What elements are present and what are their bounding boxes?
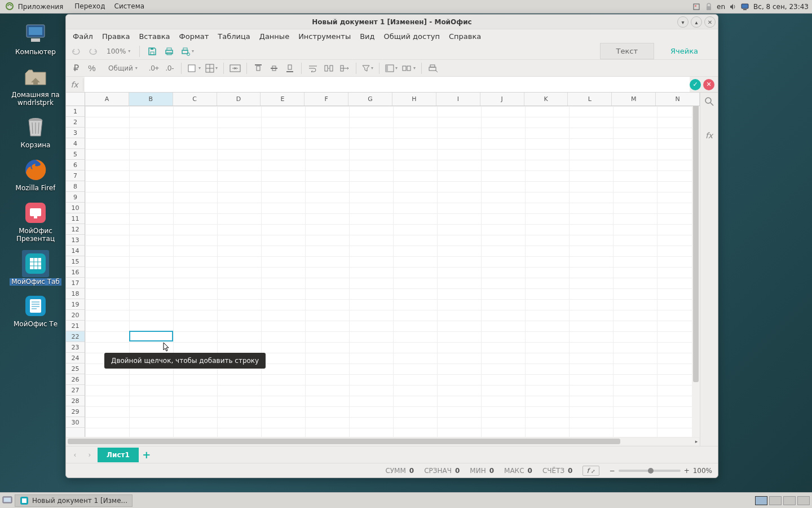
- borders-button[interactable]: ▾: [204, 62, 219, 75]
- overflow-text-button[interactable]: [338, 62, 351, 75]
- formula-accept-icon[interactable]: ✓: [690, 79, 701, 90]
- print-area-button[interactable]: ▾: [179, 45, 195, 58]
- workspace-2[interactable]: [769, 496, 782, 505]
- filter-button[interactable]: ▾: [361, 62, 374, 75]
- zoom-in-button[interactable]: +: [684, 467, 690, 475]
- col-header-G[interactable]: G: [348, 93, 392, 106]
- col-header-L[interactable]: L: [568, 93, 612, 106]
- dec-decimal-button[interactable]: .0-: [163, 62, 176, 75]
- undo-button[interactable]: [69, 45, 83, 58]
- shrink-text-button[interactable]: [322, 62, 336, 75]
- workspace-switcher[interactable]: [755, 496, 810, 505]
- row-header-7[interactable]: 7: [66, 170, 85, 181]
- menu-data[interactable]: Данные: [256, 31, 293, 42]
- menu-table[interactable]: Таблица: [214, 31, 254, 42]
- wrap-text-button[interactable]: [306, 62, 320, 75]
- col-header-K[interactable]: K: [524, 93, 568, 106]
- workspace-3[interactable]: [783, 496, 796, 505]
- menu-view[interactable]: Вид: [356, 31, 378, 42]
- row-header-3[interactable]: 3: [66, 128, 85, 138]
- formula-cancel-icon[interactable]: ✕: [703, 79, 714, 90]
- show-desktop-button[interactable]: [2, 495, 12, 506]
- row-header-17[interactable]: 17: [66, 278, 85, 288]
- desktop-icon-firefox[interactable]: Mozilla Firef: [5, 156, 67, 192]
- desktop-icon-computer[interactable]: Компьютер: [5, 20, 67, 56]
- side-tab-cell[interactable]: Ячейка: [654, 43, 714, 59]
- col-header-H[interactable]: H: [392, 93, 436, 106]
- row-header-20[interactable]: 20: [66, 310, 85, 321]
- menu-help[interactable]: Справка: [445, 31, 484, 42]
- system-menu[interactable]: Система: [112, 1, 147, 12]
- menu-edit[interactable]: Правка: [99, 31, 133, 42]
- zoom-out-button[interactable]: −: [610, 467, 615, 475]
- volume-icon[interactable]: [729, 2, 738, 11]
- notification-icon[interactable]: [692, 2, 701, 11]
- row-header-27[interactable]: 27: [66, 385, 85, 396]
- row-header-8[interactable]: 8: [66, 181, 85, 192]
- row-header-19[interactable]: 19: [66, 299, 85, 310]
- lock-icon[interactable]: [704, 2, 713, 11]
- row-header-29[interactable]: 29: [66, 406, 85, 417]
- freeze-panes-button[interactable]: ▾: [384, 62, 399, 75]
- display-icon[interactable]: [741, 2, 750, 11]
- row-header-21[interactable]: 21: [66, 321, 85, 331]
- desktop-icon-trash[interactable]: Корзина: [5, 113, 67, 150]
- row-headers[interactable]: 1234567891011121314151617181920212223242…: [66, 106, 85, 437]
- maximize-button[interactable]: ▴: [691, 16, 702, 28]
- row-header-16[interactable]: 16: [66, 267, 85, 278]
- workspace-4[interactable]: [797, 496, 810, 505]
- spreadsheet-grid[interactable]: ABCDEFGHIJKLMN 1234567891011121314151617…: [66, 93, 700, 437]
- cells-area[interactable]: Двойной щелчок, чтобы добавить строку: [85, 106, 700, 437]
- keyboard-lang[interactable]: en: [717, 3, 725, 11]
- row-header-15[interactable]: 15: [66, 256, 85, 267]
- select-all-corner[interactable]: [66, 93, 85, 106]
- align-top-button[interactable]: [251, 62, 265, 75]
- clock[interactable]: Вс, 8 сен, 23:43: [753, 3, 809, 11]
- fn-indicator[interactable]: f ⤢: [582, 466, 599, 476]
- row-header-13[interactable]: 13: [66, 235, 85, 246]
- col-header-B[interactable]: B: [129, 93, 173, 106]
- row-header-1[interactable]: 1: [66, 106, 85, 117]
- row-header-5[interactable]: 5: [66, 149, 85, 160]
- print-button[interactable]: [162, 45, 176, 58]
- function-panel-icon[interactable]: fx: [703, 129, 716, 142]
- zoom-value[interactable]: 100%: [693, 467, 712, 475]
- selected-cell[interactable]: [129, 331, 173, 341]
- minimize-button[interactable]: ▾: [677, 16, 689, 28]
- save-button[interactable]: [145, 45, 159, 58]
- vertical-scrollbar[interactable]: [692, 93, 700, 437]
- row-header-2[interactable]: 2: [66, 117, 85, 128]
- desktop-icon-present[interactable]: МойОфис Презентац: [5, 199, 67, 243]
- merge-cells-button[interactable]: [228, 62, 242, 75]
- align-bottom-button[interactable]: [283, 62, 297, 75]
- next-sheet-button[interactable]: ›: [83, 448, 96, 462]
- row-header-26[interactable]: 26: [66, 374, 85, 385]
- col-header-F[interactable]: F: [304, 93, 348, 106]
- align-middle-button[interactable]: [267, 62, 281, 75]
- workspace-1[interactable]: [755, 496, 767, 505]
- row-header-10[interactable]: 10: [66, 203, 85, 213]
- row-header-25[interactable]: 25: [66, 364, 85, 374]
- row-header-6[interactable]: 6: [66, 160, 85, 170]
- zoom-slider[interactable]: [619, 470, 681, 472]
- desktop-icon-table[interactable]: МойОфис Таб: [5, 250, 67, 286]
- col-header-C[interactable]: C: [173, 93, 217, 106]
- number-format-combo[interactable]: Общий▾: [101, 64, 145, 72]
- menu-share[interactable]: Общий доступ: [381, 31, 443, 42]
- side-tab-text[interactable]: Текст: [600, 43, 655, 59]
- row-header-9[interactable]: 9: [66, 192, 85, 203]
- desktop-icon-home[interactable]: Домашняя па wndrlstprk: [5, 63, 67, 107]
- column-headers[interactable]: ABCDEFGHIJKLMN: [85, 93, 700, 106]
- row-header-11[interactable]: 11: [66, 213, 85, 224]
- col-header-M[interactable]: M: [612, 93, 656, 106]
- percent-button[interactable]: %: [85, 62, 99, 75]
- prev-sheet-button[interactable]: ‹: [68, 448, 82, 462]
- row-header-22[interactable]: 22: [66, 331, 85, 342]
- close-button[interactable]: ✕: [704, 16, 716, 28]
- col-header-N[interactable]: N: [656, 93, 700, 106]
- row-header-4[interactable]: 4: [66, 138, 85, 149]
- menu-format[interactable]: Формат: [176, 31, 213, 42]
- row-header-12[interactable]: 12: [66, 224, 85, 235]
- col-header-J[interactable]: J: [480, 93, 524, 106]
- currency-button[interactable]: ₽: [69, 62, 83, 75]
